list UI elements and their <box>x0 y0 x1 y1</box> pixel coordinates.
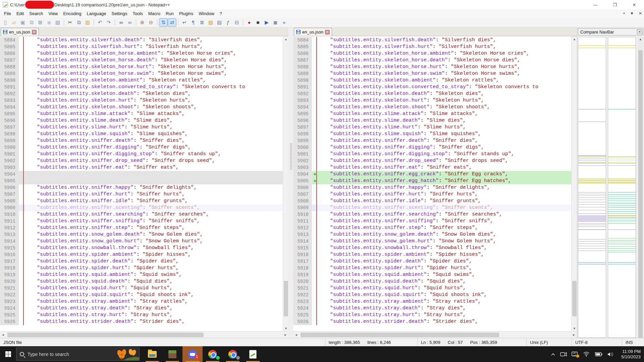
line-number[interactable]: 5887 <box>0 57 19 64</box>
menu-help[interactable]: ? <box>217 10 225 17</box>
line-number[interactable]: 5891 <box>0 84 19 90</box>
compare-navbar-close-icon[interactable]: ✕ <box>637 29 642 34</box>
line-number[interactable]: 5914 <box>0 238 19 245</box>
document-list-icon[interactable]: ▤ <box>215 18 223 26</box>
line-number[interactable]: 5902 <box>0 158 19 164</box>
scroll-up-arrow[interactable]: ▲ <box>283 36 288 42</box>
code-line-5921[interactable]: 5921"subtitles.entity.squid.hurt": "Squi… <box>0 285 283 292</box>
code-line-5917[interactable]: 5917"subtitles.entity.spider.death": "Sp… <box>0 258 283 265</box>
scroll-thumb[interactable] <box>638 50 643 338</box>
code-line-5911[interactable]: 5911"subtitles.entity.sniffer.sniffing":… <box>0 218 283 225</box>
menu-window[interactable]: Window <box>196 10 217 17</box>
close-all-icon[interactable]: ⧈ <box>45 18 53 26</box>
scroll-up-arrow[interactable]: ▲ <box>638 38 643 41</box>
line-number[interactable]: 5905 <box>0 178 19 184</box>
line-number[interactable]: 5906 <box>0 184 19 191</box>
menu-language[interactable]: Language <box>84 10 109 17</box>
line-number[interactable]: 5903 <box>0 164 19 171</box>
code-line-5902[interactable]: 5902"subtitles.entity.sniffer.drop_seed"… <box>293 158 571 164</box>
line-number[interactable]: 5920 <box>0 278 19 285</box>
tray-chevron-up-icon[interactable] <box>551 353 555 356</box>
code-line-5914[interactable]: 5914"subtitles.entity.snow_golem.hurt": … <box>293 238 571 245</box>
code-line-5887[interactable]: 5887"subtitles.entity.skeleton_horse.dea… <box>293 57 571 64</box>
code-line-5912[interactable]: 5912"subtitles.entity.sniffer.step": "Sn… <box>293 225 571 231</box>
sync-horizontal-scroll-icon[interactable]: ⇄ <box>168 18 176 26</box>
code-line-5900[interactable]: 5900"subtitles.entity.sniffer.digging": … <box>293 144 571 151</box>
navbar-diffmap-right[interactable] <box>608 37 636 338</box>
editor-left[interactable]: 5884"subtitles.entity.silverfish.death":… <box>0 36 288 331</box>
battery-charging-icon[interactable] <box>594 352 602 357</box>
scroll-down-arrow[interactable]: ▼ <box>283 325 288 331</box>
code-line-5906[interactable]: 5906"subtitles.entity.sniffer.happy": "S… <box>293 184 571 191</box>
code-line-5894[interactable]: 5894"subtitles.entity.skeleton.shoot": "… <box>0 104 283 111</box>
menu-run[interactable]: Run <box>163 10 176 17</box>
scroll-left-arrow[interactable]: ◄ <box>0 331 6 338</box>
code-line-5898[interactable]: 5898"subtitles.entity.slime.squish": "Sl… <box>0 131 283 137</box>
pane-splitter[interactable] <box>288 27 293 338</box>
indent-guide-icon[interactable]: ≣ <box>198 18 206 26</box>
scroll-thumb[interactable] <box>572 281 577 316</box>
close-icon[interactable]: ⊠ <box>36 18 44 26</box>
line-number[interactable]: 5921 <box>293 285 312 292</box>
code-line-5904[interactable]: 5904 <box>0 171 283 178</box>
code-line-5924[interactable]: 5924"subtitles.entity.stray.death": "Str… <box>293 305 571 312</box>
code-line-5906[interactable]: 5906"subtitles.entity.sniffer.happy": "S… <box>0 184 283 191</box>
line-number[interactable]: 5900 <box>293 144 312 151</box>
wifi-icon[interactable] <box>583 352 590 357</box>
line-number[interactable]: 5911 <box>293 218 312 225</box>
code-line-5922[interactable]: 5922"subtitles.entity.squid.squirt": "Sq… <box>0 292 283 298</box>
function-list-icon[interactable]: ƒ <box>224 18 232 26</box>
save-macro-icon[interactable]: ◼ <box>271 18 279 26</box>
navbar-scrollbar[interactable]: ▲ <box>638 37 643 338</box>
taskbar-clock[interactable]: 11:09 PM 5/10/2023 <box>619 349 641 360</box>
copy-icon[interactable]: ⧉ <box>75 18 83 26</box>
new-file-icon[interactable]: ▯ <box>1 18 9 26</box>
line-number[interactable]: 5916 <box>293 251 312 258</box>
code-line-5893[interactable]: 5893"subtitles.entity.skeleton.hurt": "S… <box>293 97 571 104</box>
line-number[interactable]: 5924 <box>0 305 19 312</box>
run-macro-multiple-icon[interactable]: » <box>280 18 288 26</box>
line-number[interactable]: 5921 <box>0 285 19 292</box>
line-number[interactable]: 5891 <box>293 84 312 90</box>
line-number[interactable]: 5912 <box>293 225 312 231</box>
line-number[interactable]: 5923 <box>293 298 312 305</box>
splitter-grip-dots[interactable] <box>290 143 292 170</box>
line-number[interactable]: 5895 <box>0 111 19 117</box>
cut-icon[interactable]: ✂ <box>66 18 74 26</box>
tab-en-us-json-right[interactable]: en_us.json ✕ <box>294 28 332 36</box>
line-number[interactable]: 5909 <box>293 204 312 211</box>
line-number[interactable]: 5925 <box>0 312 19 318</box>
code-line-5923[interactable]: 5923"subtitles.entity.stray.ambient": "S… <box>0 298 283 305</box>
code-line-5888[interactable]: 5888"subtitles.entity.skeleton_horse.hur… <box>0 64 283 70</box>
line-number[interactable]: 5910 <box>0 211 19 218</box>
restore-button[interactable]: ❐ <box>605 0 625 9</box>
code-line-5916[interactable]: 5916"subtitles.entity.spider.ambient": "… <box>293 251 571 258</box>
taskbar-search-input[interactable]: Type here to search <box>16 348 140 361</box>
line-number[interactable]: 5901 <box>0 151 19 158</box>
line-number[interactable]: 5902 <box>293 158 312 164</box>
line-number[interactable]: 5898 <box>293 131 312 137</box>
line-number[interactable]: 5892 <box>293 90 312 97</box>
scroll-down-arrow[interactable]: ▼ <box>572 325 577 331</box>
code-line-5891[interactable]: 5891"subtitles.entity.skeleton.converted… <box>293 84 571 90</box>
show-all-characters-icon[interactable]: ¶ <box>189 18 197 26</box>
code-line-5905[interactable]: 5905✚"subtitles.entity.sniffer.egg_hatch… <box>293 178 571 184</box>
close-tab-icon[interactable]: ✕ <box>639 11 642 16</box>
line-number[interactable]: 5899 <box>0 137 19 144</box>
code-line-5885[interactable]: 5885"subtitles.entity.silverfish.hurt": … <box>0 44 283 50</box>
code-line-5912[interactable]: 5912"subtitles.entity.sniffer.step": "Sn… <box>0 225 283 231</box>
code-line-5901[interactable]: 5901"subtitles.entity.sniffer.digging_st… <box>293 151 571 158</box>
code-line-5884[interactable]: 5884"subtitles.entity.silverfish.death":… <box>293 37 571 44</box>
tab-list-dropdown-icon[interactable]: ▼ <box>630 11 634 16</box>
code-line-5922[interactable]: 5922"subtitles.entity.squid.squirt": "Sq… <box>293 292 571 298</box>
menu-settings[interactable]: Settings <box>109 10 130 17</box>
undo-icon[interactable]: ↶ <box>96 18 104 26</box>
line-number[interactable]: 5899 <box>293 137 312 144</box>
save-icon[interactable]: ▣ <box>19 18 27 26</box>
code-line-5924[interactable]: 5924"subtitles.entity.stray.death": "Str… <box>0 305 283 312</box>
code-line-5892[interactable]: 5892"subtitles.entity.skeleton.death": "… <box>293 90 571 97</box>
code-line-5898[interactable]: 5898"subtitles.entity.slime.squish": "Sl… <box>293 131 571 137</box>
new-tab-button[interactable]: + <box>623 11 625 16</box>
code-line-5894[interactable]: 5894"subtitles.entity.skeleton.shoot": "… <box>293 104 571 111</box>
line-number[interactable]: 5893 <box>0 97 19 104</box>
